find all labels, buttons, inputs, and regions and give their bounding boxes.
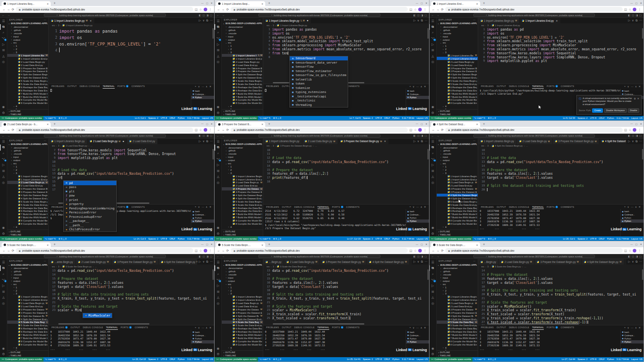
breadcrumb-item[interactable]: src bbox=[481, 24, 484, 27]
terminal-action-icons[interactable]: +∨⋯∧✕ bbox=[624, 205, 641, 208]
statusbar-item[interactable]: Spaces: 2 bbox=[576, 358, 589, 360]
testing-icon[interactable]: ◬ bbox=[215, 294, 222, 300]
autocomplete-item[interactable]: ◈property bbox=[64, 202, 116, 207]
back-icon[interactable]: ← bbox=[2, 249, 6, 252]
menu-icon[interactable]: ☰ bbox=[215, 18, 222, 24]
tree-folder[interactable]: ›2 bbox=[437, 168, 478, 171]
tree-folder[interactable]: ›.vscode bbox=[222, 273, 263, 276]
notification-button-create[interactable]: Create bbox=[592, 108, 603, 113]
window-control-icon[interactable]: ✕ bbox=[425, 122, 427, 125]
split-editor-icon[interactable]: ⧉ bbox=[636, 19, 638, 22]
remote-indicator[interactable]: ><Codespaces: probable space eureka bbox=[0, 116, 43, 120]
window-control-icon[interactable]: ▢ bbox=[635, 122, 638, 125]
editor-actions[interactable]: ▷∨⧉⋯ bbox=[626, 259, 644, 265]
terminal-instance[interactable]: ▣Codespa... bbox=[621, 334, 644, 337]
window-control-icon[interactable]: ▢ bbox=[421, 243, 423, 246]
sidebar-section-outline[interactable]: ›OUTLINE bbox=[222, 230, 263, 233]
tree-folder[interactable]: ›1 bbox=[437, 165, 478, 168]
tree-folder[interactable]: ›.github bbox=[222, 28, 263, 31]
split-editor-icon[interactable]: ⧉ bbox=[421, 140, 423, 143]
tree-file[interactable]: 6 Reshape the Data End.py bbox=[7, 89, 48, 92]
run-debug-icon[interactable]: ▷ bbox=[429, 162, 437, 168]
code-line[interactable] bbox=[487, 269, 644, 273]
layout-icon[interactable]: ◫ bbox=[632, 14, 634, 17]
terminal-action-icons[interactable]: +∨⋯∧✕ bbox=[624, 85, 641, 88]
tree-file[interactable]: 1 Import Libraries Begin.py bbox=[437, 295, 478, 298]
forward-icon[interactable]: → bbox=[222, 249, 225, 252]
statusbar-item[interactable]: Python bbox=[606, 117, 615, 119]
autocomplete-item[interactable]: ▣typing_extensions bbox=[290, 90, 348, 95]
tree-root[interactable]: ⌄BUILDING-DEEP-LEARNING-APPLICATIONS-WIT… bbox=[437, 143, 478, 146]
browser-profile-avatar[interactable] bbox=[418, 8, 422, 11]
vertical-scrollbar[interactable] bbox=[427, 149, 429, 159]
side-panel-icon[interactable]: ◫ bbox=[409, 249, 412, 252]
code-line[interactable]: from tensorflow.keras.models import Sequ… bbox=[58, 149, 214, 153]
tree-folder[interactable]: ›output bbox=[437, 159, 478, 162]
breadcrumb[interactable]: src›3›1 Import Libraries Begin.py bbox=[263, 23, 429, 27]
explorer-icon[interactable]: ⧉ bbox=[0, 265, 7, 271]
code-line[interactable]: from sklearn.model_selection import trai… bbox=[487, 39, 644, 43]
autocomplete-item[interactable]: ▫__package__ bbox=[64, 219, 116, 223]
code-line[interactable]: target = data['Close/Last'].values bbox=[487, 281, 644, 285]
statusbar-item[interactable]: Python bbox=[177, 238, 186, 240]
tree-folder[interactable]: ›output bbox=[7, 38, 48, 41]
editor-tab[interactable]: 1 Import Libraries Begin.py1, M● bbox=[263, 18, 311, 23]
tree-file[interactable]: 1 Import Libraries End.py bbox=[437, 57, 478, 60]
code-line[interactable]: data = pd.read_csv("input/data/Tesla_Nas… bbox=[58, 269, 214, 273]
browser-tab-close-icon[interactable]: ✕ bbox=[261, 123, 263, 126]
code-line[interactable]: data = pd.read_csv("input/data/Tesla_Nas… bbox=[487, 160, 644, 164]
cursor-position[interactable]: Ln 25, Col 41 bbox=[346, 358, 361, 360]
tree-file[interactable]: 1 Import Libraries Begin.py bbox=[437, 174, 478, 178]
tree-folder[interactable]: ›.vscode bbox=[222, 152, 263, 155]
layout-icon[interactable]: ◧ bbox=[199, 14, 201, 17]
explorer-more-icon[interactable]: ⋯ bbox=[258, 19, 261, 21]
statusbar-item[interactable]: ⌥ main* ↻ bbox=[473, 238, 487, 240]
code-line[interactable]: target = data['Close/Last'].values bbox=[487, 176, 644, 180]
code-line[interactable]: features = data.iloc[:, 2:].values bbox=[58, 281, 214, 285]
layout-icon[interactable]: ◨ bbox=[206, 255, 208, 258]
tree-folder-expanded[interactable]: ⌄3 bbox=[7, 51, 48, 54]
window-control-icon[interactable]: — bbox=[630, 122, 633, 125]
tree-file[interactable]: 7 Build the RNN Model End.py bbox=[437, 95, 478, 98]
split-editor-icon[interactable]: ⧉ bbox=[421, 19, 423, 22]
tree-folder[interactable]: ›input bbox=[222, 155, 263, 159]
editor-tab[interactable]: 1 Import Libraries Begin.pyM bbox=[478, 18, 520, 23]
statusbar-item[interactable]: CRLF bbox=[383, 117, 391, 119]
terminal-action-icon[interactable]: ✕ bbox=[424, 85, 426, 88]
browser-tab[interactable]: 1 Import Libraries End... ✕ bbox=[431, 1, 480, 6]
breadcrumb-item[interactable]: src bbox=[52, 265, 55, 268]
tree-file[interactable]: 1 Import Libraries Begin.py1, M bbox=[222, 54, 263, 57]
statusbar-item[interactable]: Layout: US bbox=[201, 117, 215, 119]
panel-tab-problems[interactable]: PROBLEMS bbox=[52, 84, 64, 89]
forward-icon[interactable]: → bbox=[436, 128, 440, 132]
tree-folder[interactable]: ›.vscode bbox=[7, 31, 48, 35]
back-icon[interactable]: ← bbox=[217, 128, 220, 132]
forward-icon[interactable]: → bbox=[7, 8, 10, 11]
code-line[interactable]: # Prepare the dataset bbox=[487, 273, 644, 277]
autocomplete-item[interactable]: ▣tensorflow_io_gcs_filesystem bbox=[290, 73, 348, 78]
sidebar-section-timeline[interactable]: ›TIMELINE bbox=[7, 233, 48, 236]
run-python-file-icon[interactable]: ▷ bbox=[199, 140, 201, 143]
editor-tab[interactable]: 2 Load Data Begin.pyM bbox=[517, 139, 553, 144]
sidebar-section-timeline[interactable]: ›TIMELINE bbox=[437, 354, 478, 357]
code-line[interactable]: X_train, X_test, y_train, y_test = train… bbox=[58, 297, 214, 301]
browser-tab-close-icon[interactable]: ✕ bbox=[47, 123, 49, 126]
window-control-icon[interactable]: — bbox=[201, 2, 204, 4]
statusbar-item[interactable]: ⌥ main* ↻ bbox=[43, 238, 58, 240]
horizontal-scrollbar[interactable] bbox=[488, 323, 579, 325]
terminal-action-icon[interactable]: ∨ bbox=[198, 85, 200, 88]
statusbar-item[interactable]: CRLF bbox=[383, 238, 391, 240]
bookmark-star-icon[interactable]: ☆ bbox=[414, 8, 417, 11]
editor-tab[interactable]: 2 Load Data End.py bbox=[127, 139, 158, 144]
tree-file[interactable]: 6 Reshape the Data End.py bbox=[222, 209, 263, 213]
terminal-instance[interactable]: ▣bash bbox=[406, 331, 429, 334]
side-panel-icon[interactable]: ◫ bbox=[624, 249, 627, 252]
split-editor-icon[interactable]: ⧉ bbox=[206, 140, 208, 143]
explorer-more-icon[interactable]: ⋯ bbox=[258, 260, 261, 262]
panel-tab-problems[interactable]: PROBLEMS bbox=[481, 325, 494, 330]
side-panel-icon[interactable]: ◫ bbox=[195, 249, 198, 252]
layout-icon[interactable]: ◧ bbox=[413, 134, 416, 137]
statusbar-item[interactable]: ⊗ 0 △ 0 bbox=[487, 117, 497, 119]
statusbar-item[interactable]: Layout: US bbox=[201, 238, 215, 240]
code-editor[interactable]: data = pd.read_csv("input/data/Tesla_Nas… bbox=[272, 269, 429, 325]
